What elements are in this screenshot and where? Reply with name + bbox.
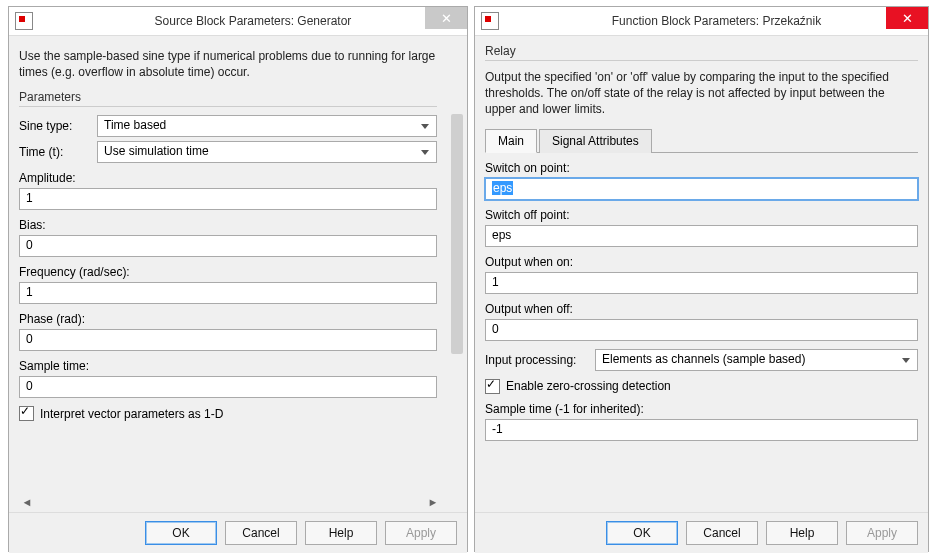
close-button[interactable]: ✕ [425,7,467,29]
apply-button: Apply [846,521,918,545]
titlebar-generator: Source Block Parameters: Generator ✕ [9,7,467,36]
input-processing-select[interactable]: Elements as channels (sample based) [595,349,918,371]
output-off-label: Output when off: [485,302,918,316]
close-button[interactable]: ✕ [886,7,928,29]
sine-type-select[interactable]: Time based [97,115,437,137]
bias-label: Bias: [19,218,437,232]
titlebar-relay: Function Block Parameters: Przekaźnik ✕ [475,7,928,36]
switch-on-label: Switch on point: [485,161,918,175]
phase-input[interactable]: 0 [19,329,437,351]
window-title: Source Block Parameters: Generator [155,14,352,28]
interpret-checkbox-row[interactable]: Interpret vector parameters as 1-D [19,406,437,421]
close-icon: ✕ [902,12,913,25]
apply-button: Apply [385,521,457,545]
window-title: Function Block Parameters: Przekaźnik [612,14,821,28]
sample-time-label: Sample time (-1 for inherited): [485,402,918,416]
window-generator: Source Block Parameters: Generator ✕ Use… [8,6,468,552]
time-label: Time (t): [19,145,97,159]
app-icon [481,12,499,30]
scrollbar-horizontal[interactable]: ◄ ► [19,494,441,510]
tab-main[interactable]: Main [485,129,537,153]
parameters-fieldset: Parameters Sine type: Time based Time (t… [19,90,437,421]
ok-button[interactable]: OK [606,521,678,545]
content-relay: Relay Output the specified 'on' or 'off'… [475,36,928,512]
close-icon: ✕ [441,12,452,25]
input-processing-label: Input processing: [485,353,595,367]
parameters-legend: Parameters [19,90,437,104]
scrollbar-vertical[interactable] [449,104,465,452]
zero-crossing-row[interactable]: Enable zero-crossing detection [485,379,918,394]
help-button[interactable]: Help [305,521,377,545]
cancel-button[interactable]: Cancel [225,521,297,545]
time-select[interactable]: Use simulation time [97,141,437,163]
description-text: Output the specified 'on' or 'off' value… [485,69,918,118]
window-relay: Function Block Parameters: Przekaźnik ✕ … [474,6,929,552]
tab-signal-attributes[interactable]: Signal Attributes [539,129,652,153]
sample-time-label: Sample time: [19,359,437,373]
bias-input[interactable]: 0 [19,235,437,257]
phase-label: Phase (rad): [19,312,437,326]
switch-off-input[interactable]: eps [485,225,918,247]
scroll-track-h [35,495,425,509]
divider [485,60,918,61]
sample-time-input[interactable]: -1 [485,419,918,441]
description-text: Use the sample-based sine type if numeri… [19,48,437,80]
zero-crossing-label: Enable zero-crossing detection [506,379,671,393]
zero-crossing-checkbox[interactable] [485,379,500,394]
ok-button[interactable]: OK [145,521,217,545]
switch-off-label: Switch off point: [485,208,918,222]
frequency-input[interactable]: 1 [19,282,437,304]
interpret-label: Interpret vector parameters as 1-D [40,407,223,421]
content-generator: Use the sample-based sine type if numeri… [9,36,467,512]
button-bar-left: OK Cancel Help Apply [9,512,467,553]
divider [19,106,437,107]
sample-time-input[interactable]: 0 [19,376,437,398]
amplitude-label: Amplitude: [19,171,437,185]
switch-on-input[interactable]: eps [485,178,918,200]
amplitude-input[interactable]: 1 [19,188,437,210]
relay-legend: Relay [485,44,918,58]
help-button[interactable]: Help [766,521,838,545]
scroll-thumb[interactable] [451,114,463,354]
output-on-input[interactable]: 1 [485,272,918,294]
scroll-left-icon[interactable]: ◄ [19,494,35,510]
frequency-label: Frequency (rad/sec): [19,265,437,279]
output-on-label: Output when on: [485,255,918,269]
interpret-checkbox[interactable] [19,406,34,421]
scroll-right-icon[interactable]: ► [425,494,441,510]
app-icon [15,12,33,30]
output-off-input[interactable]: 0 [485,319,918,341]
relay-fieldset: Relay Output the specified 'on' or 'off'… [485,44,918,118]
tabs: Main Signal Attributes [485,128,918,153]
button-bar-right: OK Cancel Help Apply [475,512,928,553]
cancel-button[interactable]: Cancel [686,521,758,545]
sine-type-label: Sine type: [19,119,97,133]
